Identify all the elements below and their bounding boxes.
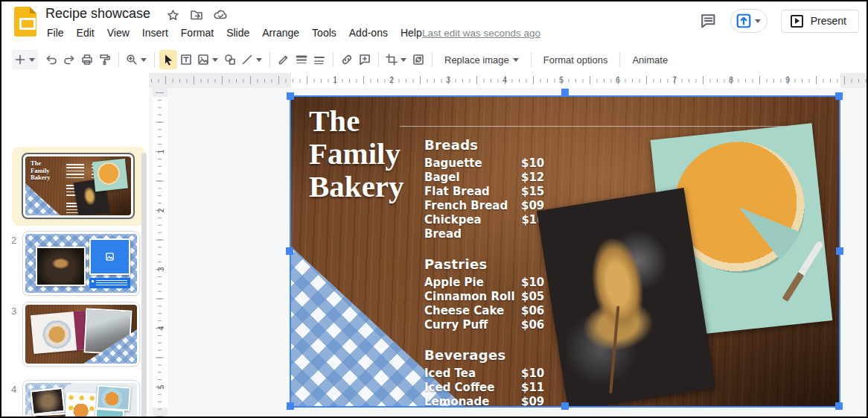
print-button[interactable] — [78, 50, 96, 69]
image-caret-icon[interactable] — [212, 58, 218, 62]
menu-item[interactable]: Arrange — [261, 26, 301, 39]
replace-image-label: Replace image — [444, 54, 509, 66]
menu-item-name: Cheese Cake — [424, 304, 504, 318]
resize-handle-bottom-left[interactable] — [287, 402, 294, 410]
menu-item[interactable]: Insert — [141, 26, 170, 39]
open-comments-icon[interactable] — [699, 12, 717, 30]
animate-button[interactable]: Animate — [625, 50, 675, 69]
menu-item[interactable]: Slide — [225, 26, 251, 39]
last-edit-link[interactable]: Last edit was seconds ago — [422, 28, 540, 39]
redo-button[interactable] — [60, 50, 78, 69]
menu-item[interactable]: Help — [399, 26, 424, 39]
shape-button[interactable] — [221, 50, 239, 69]
thumb2-pan-photo — [36, 247, 86, 285]
menu-item[interactable]: Edit — [75, 26, 96, 39]
select-tool-button[interactable] — [159, 50, 177, 69]
menu-textbox[interactable]: Breads Baguette $10 Bagel $12 Flat Bread… — [424, 137, 551, 406]
menu-item-price: $06 — [521, 318, 549, 332]
zoom-icon — [125, 53, 138, 66]
menu-item[interactable]: File — [45, 26, 66, 39]
replace-image-button[interactable]: Replace image — [437, 50, 526, 69]
selected-slide[interactable]: The Family Bakery Breads Baguette $10 Ba… — [290, 95, 840, 408]
filmstrip-scrollbar[interactable] — [141, 153, 147, 418]
menu-item-row: Flat Bread $15 — [424, 185, 549, 199]
new-slide-caret-icon[interactable] — [29, 58, 35, 62]
resize-handle-bottom-right[interactable] — [835, 402, 843, 410]
resize-handle-middle-right[interactable] — [836, 247, 843, 255]
text-box-icon — [179, 53, 193, 66]
format-options-button[interactable]: Format options — [536, 50, 616, 69]
ruler-number: 1 — [307, 73, 363, 88]
line-caret-icon[interactable] — [256, 58, 262, 62]
undo-button[interactable] — [42, 50, 60, 69]
text-box-button[interactable] — [177, 50, 195, 69]
paint-format-button[interactable] — [96, 50, 114, 69]
menu-item-price: $12 — [521, 171, 549, 185]
present-button[interactable]: Present — [781, 10, 859, 33]
present-play-icon — [791, 15, 803, 28]
menu-item-name: Bagel — [424, 171, 460, 185]
zoom-caret-icon[interactable] — [141, 58, 147, 62]
thumbnail-slide-3[interactable] — [22, 302, 140, 367]
title-divider-line[interactable] — [400, 126, 811, 127]
move-folder-icon[interactable] — [190, 8, 203, 22]
insert-image-button[interactable] — [195, 50, 221, 69]
menu-item[interactable]: Add-ons — [348, 26, 389, 39]
slides-logo-icon[interactable] — [14, 7, 36, 37]
thumbnail-slide-2[interactable] — [22, 231, 140, 296]
cloud-saved-icon[interactable] — [214, 8, 228, 22]
slide-title-textbox[interactable]: The Family Bakery — [309, 104, 404, 203]
noodle-pastry-photo[interactable] — [537, 188, 715, 406]
menu-item-price: $10 — [521, 367, 549, 381]
menu-item[interactable]: Format — [179, 26, 215, 39]
mask-image-button[interactable] — [409, 50, 427, 69]
share-button[interactable] — [730, 9, 768, 33]
menu-item-price: $09 — [521, 395, 549, 406]
menu-section-heading: Breads — [424, 137, 551, 153]
pencil-icon — [277, 53, 290, 66]
document-title[interactable]: Recipe showcase — [45, 6, 150, 22]
ruler-number: 4 — [476, 73, 533, 88]
share-caret-icon[interactable] — [755, 19, 761, 23]
ruler-number: 5 — [533, 73, 590, 88]
menu-item-row: Iced Tea $10 — [424, 367, 549, 381]
new-slide-button[interactable] — [12, 50, 38, 69]
replace-image-caret-icon — [513, 58, 519, 62]
crop-button[interactable] — [383, 50, 409, 69]
slide-filmstrip: 12345 The Family Bakery — [1, 73, 149, 417]
crop-caret-icon[interactable] — [401, 58, 406, 62]
menu-item[interactable]: View — [106, 26, 131, 39]
ruler-number: 2 — [363, 73, 420, 88]
insert-comment-button[interactable] — [356, 50, 374, 69]
insert-link-button[interactable] — [338, 50, 356, 69]
resize-handle-top-right[interactable] — [835, 92, 843, 100]
ruler-number: 9 — [759, 73, 816, 88]
menu-item-name: Chickpea Bread — [424, 213, 521, 241]
zoom-button[interactable] — [124, 50, 150, 69]
redo-icon — [63, 53, 76, 66]
menu-item[interactable]: Tools — [310, 26, 338, 39]
paint-format-icon — [98, 53, 112, 66]
resize-handle-top-center[interactable] — [561, 89, 569, 96]
menu-item-price: $10 — [521, 156, 549, 171]
thumb1-pie-photo — [92, 159, 128, 191]
menu-item-name: Flat Bread — [424, 185, 490, 199]
ruler-number: 6 — [590, 73, 646, 88]
thumbnail-slide-4[interactable] — [22, 380, 140, 418]
thumbnail-slide-1[interactable]: The Family Bakery — [22, 153, 135, 219]
line-tool-button[interactable] — [239, 50, 265, 69]
menu-section-heading: Beverages — [424, 347, 551, 363]
star-icon[interactable] — [167, 9, 179, 22]
resize-handle-bottom-center[interactable] — [561, 402, 569, 410]
plus-icon — [13, 53, 27, 66]
resize-handle-middle-left[interactable] — [286, 247, 293, 255]
border-color-button[interactable] — [275, 50, 293, 69]
line-weight-button[interactable] — [293, 50, 310, 69]
thumb2-caption-box — [89, 278, 131, 288]
recolor-image-icon — [412, 53, 425, 66]
undo-icon — [45, 53, 58, 66]
line-icon — [240, 53, 254, 66]
line-dash-button[interactable] — [310, 50, 328, 69]
title-line: Family — [309, 137, 404, 170]
resize-handle-top-left[interactable] — [287, 92, 294, 100]
